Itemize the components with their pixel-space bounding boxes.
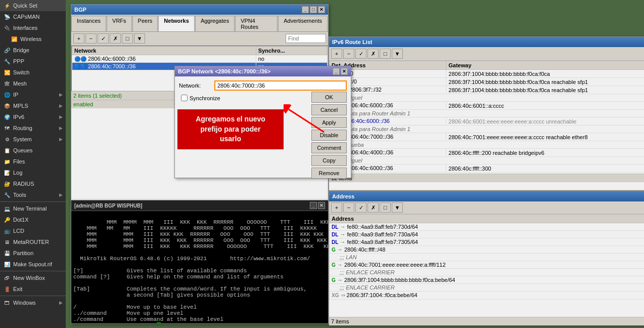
bgp-add-btn[interactable]: + bbox=[73, 33, 84, 44]
table-row[interactable]: 🔵🔵 2806:40c:6000::/36 no bbox=[72, 55, 328, 63]
tab-networks[interactable]: Networks bbox=[158, 16, 195, 31]
table-row[interactable]: XS ▶ ::/0 2806:3f7:1004:bbbb:bbbb:bbbb:f… bbox=[330, 70, 645, 78]
sidebar-item-mesh[interactable]: 🕸 Mesh bbox=[0, 78, 66, 89]
sidebar-item-ip[interactable]: 🌐 IP ▶ bbox=[0, 89, 66, 100]
sidebar-item-system[interactable]: ⚙ System ▶ bbox=[0, 134, 66, 145]
bgp-dialog-network-input[interactable] bbox=[214, 80, 347, 91]
sidebar-label-log: Log bbox=[13, 170, 22, 176]
ipv6-filter-btn[interactable]: ▼ bbox=[392, 49, 403, 59]
sidebar-item-switch[interactable]: 🔀 Switch bbox=[0, 67, 66, 78]
bgp-dialog-ok-btn[interactable]: OK bbox=[311, 92, 347, 103]
table-row[interactable]: G → 2806:3f7:1004:bbbb:bbbb:bbbb:f0ca:be… bbox=[330, 276, 645, 284]
bgp-filter-btn[interactable]: ▼ bbox=[134, 33, 145, 44]
sidebar-label-ppp: PPP bbox=[13, 58, 24, 64]
terminal-close-btn[interactable]: ✕ bbox=[318, 202, 325, 209]
sidebar-item-files[interactable]: 📁 Files bbox=[0, 156, 66, 167]
table-row[interactable]: DL → fe80::4aa9:8aff:feb7:7305/64 bbox=[330, 238, 645, 246]
ipv6-disable-btn[interactable]: ✗ bbox=[367, 49, 379, 59]
sidebar-item-partition[interactable]: 💾 Partition bbox=[0, 248, 66, 259]
terminal-body[interactable]: MMM MMMM MMM III KKK KKK RRRRRR OOOOOO T… bbox=[71, 211, 328, 323]
table-row[interactable]: G → 2806:40c:ffff::/48 bbox=[330, 246, 645, 254]
bgp-maximize-btn[interactable]: □ bbox=[310, 6, 317, 13]
sidebar-item-new-terminal[interactable]: 💻 New Terminal bbox=[0, 203, 66, 214]
sidebar-item-ppp[interactable]: 🔧 PPP bbox=[0, 56, 66, 67]
sidebar-label-wireless: Wireless bbox=[20, 36, 41, 42]
bgp-dialog-remove-btn[interactable]: Remove bbox=[311, 168, 347, 179]
tab-vpn4-routes[interactable]: VPN4 Routes bbox=[235, 16, 278, 31]
bgp-remove-btn[interactable]: − bbox=[85, 33, 97, 44]
sidebar-item-interfaces[interactable]: 🔌 Interfaces bbox=[0, 22, 66, 33]
tab-advertisements[interactable]: Advertisements bbox=[278, 16, 328, 31]
ipv6-titlebar[interactable]: IPv6 Route List _ □ ✕ bbox=[329, 37, 644, 47]
addr-row: DL → fe80::4aa9:8aff:feb7:730a/64 bbox=[330, 231, 645, 238]
bgp-search-input[interactable] bbox=[286, 34, 326, 43]
tab-instances[interactable]: Instances bbox=[71, 16, 106, 31]
sidebar-item-mpls[interactable]: 📦 MPLS ▶ bbox=[0, 100, 66, 111]
bgp-dialog-close-btn[interactable]: ✕ bbox=[341, 68, 348, 75]
bgp-dialog-copy-btn[interactable]: Copy bbox=[311, 155, 347, 166]
sidebar-item-log[interactable]: 📝 Log bbox=[0, 167, 66, 178]
table-row[interactable]: XG ⇒ 2806:3f7:1004::f0ca:bebe/64 bbox=[330, 292, 645, 300]
sidebar-item-quick-set[interactable]: ⚡ Quick Set bbox=[0, 0, 66, 11]
table-row[interactable]: S ▶ 2806:40c:6000::/36 2806:40c:6001:eee… bbox=[330, 117, 645, 126]
sidebar-item-ipv6[interactable]: 🌍 IPv6 ▶ bbox=[0, 111, 66, 122]
table-row[interactable]: AS ▶ 2806:40c:4000::/36 2806:40c:ffff::2… bbox=[330, 149, 645, 157]
tab-vrfs[interactable]: VRFs bbox=[107, 16, 132, 31]
addr-titlebar[interactable]: Address _ □ ✕ bbox=[329, 191, 644, 201]
table-row[interactable]: DL → fe80::4aa9:8aff:feb7:730a/64 bbox=[330, 231, 645, 238]
addr-enable-btn[interactable]: ✓ bbox=[355, 202, 366, 213]
ipv6-comment-miguel2: ;;; Miguel bbox=[330, 157, 645, 165]
terminal-minimize-btn[interactable]: _ bbox=[310, 202, 317, 209]
bgp-dialog-body: Network: Synchronize Agregamos el nuevo … bbox=[175, 76, 351, 178]
table-row[interactable]: AS ▶ 2806:40c:7000::/36 2806:40c:7001:ee… bbox=[330, 133, 645, 141]
bgp-minimize-btn[interactable]: _ bbox=[302, 6, 309, 13]
table-row[interactable]: DAb ▶ 2806:3f7::/32 2806:3f7:1004:bbbb:b… bbox=[330, 86, 645, 94]
ipv6-enable-btn[interactable]: ✓ bbox=[355, 49, 366, 59]
bgp-dialog-synchronize-checkbox[interactable] bbox=[181, 95, 188, 101]
tab-aggregates[interactable]: Aggregates bbox=[195, 16, 235, 31]
tab-peers[interactable]: Peers bbox=[132, 16, 158, 31]
sidebar-item-bridge[interactable]: 🔗 Bridge bbox=[0, 45, 66, 56]
queues-icon: 📋 bbox=[3, 146, 11, 154]
mpls-arrow: ▶ bbox=[59, 103, 63, 108]
sidebar-item-new-winbox[interactable]: 🗗 New WinBox bbox=[0, 272, 66, 283]
ipv6-add-btn[interactable]: + bbox=[331, 49, 342, 59]
sidebar-divider-1 bbox=[0, 201, 66, 202]
bgp-disable-btn[interactable]: ✗ bbox=[110, 33, 121, 44]
addr-disable-btn[interactable]: ✗ bbox=[367, 202, 379, 213]
table-row[interactable]: XS ▶ 2806:40c:6000::/36 2806:40c:6001::a… bbox=[330, 102, 645, 110]
terminal-titlebar[interactable]: [admin@RB BGP WISPHUB] _ ✕ bbox=[71, 200, 328, 211]
table-row[interactable]: DL → fe80::4aa9:8aff:feb7:730d/64 bbox=[330, 223, 645, 231]
bgp-dialog-minimize-btn[interactable]: _ bbox=[333, 68, 340, 75]
sidebar-item-metarouter[interactable]: 🖥 MetaROUTER bbox=[0, 236, 66, 248]
ipv6-row-gateway: 2806:40c:7001:eeee:eeee:eeee:a:cccc reac… bbox=[446, 133, 644, 141]
bgp-copy-btn[interactable]: □ bbox=[122, 33, 133, 44]
sidebar-item-radius[interactable]: 🔐 RADIUS bbox=[0, 178, 66, 189]
bgp-dialog-titlebar[interactable]: BGP Network <2806:40c:7000::/36> _ ✕ bbox=[175, 66, 351, 76]
bgp-enable-btn[interactable]: ✓ bbox=[98, 33, 109, 44]
sidebar-item-tools[interactable]: 🔧 Tools ▶ bbox=[0, 189, 66, 200]
sidebar-item-make-supout[interactable]: 📊 Make Supout.rif bbox=[0, 259, 66, 270]
addr-copy-btn[interactable]: □ bbox=[380, 202, 391, 213]
table-row[interactable]: DAb ▶ ::/0 2806:3f7:1004:bbbb:bbbb:bbbb:… bbox=[330, 78, 645, 86]
sidebar-item-lcd[interactable]: 📺 LCD bbox=[0, 225, 66, 236]
ipv6-remove-btn[interactable]: − bbox=[343, 49, 354, 59]
sidebar-item-exit[interactable]: 🚪 Exit bbox=[0, 283, 66, 295]
sidebar-item-routing[interactable]: 🗺 Routing ▶ bbox=[0, 122, 66, 134]
addr-filter-btn[interactable]: ▼ bbox=[392, 202, 403, 213]
sidebar-item-dot1x[interactable]: 🔑 Dot1X bbox=[0, 214, 66, 225]
ipv6-copy-btn[interactable]: □ bbox=[380, 49, 391, 59]
addr-remove-btn[interactable]: − bbox=[343, 202, 354, 213]
table-row[interactable]: G → 2806:40c:7001:eeee:eeee:eeee:a:ffff/… bbox=[330, 261, 645, 269]
sidebar-item-capsman[interactable]: 📡 CAPsMAN bbox=[0, 11, 66, 22]
bgp-titlebar[interactable]: BGP _ □ ✕ bbox=[71, 5, 328, 15]
addr-add-btn[interactable]: + bbox=[331, 202, 342, 213]
bgp-dialog-synchronize-label: Synchronize bbox=[190, 95, 220, 101]
sidebar-label-routing: Routing bbox=[13, 125, 32, 131]
bgp-close-btn[interactable]: ✕ bbox=[318, 6, 325, 13]
table-row[interactable]: XS ▶ 2806:40c:6000::/36 2806:40c:ffff::3… bbox=[330, 165, 645, 173]
sidebar-item-wireless[interactable]: 📶 Wireless bbox=[0, 33, 66, 45]
bgp-dialog-comment-btn[interactable]: Comment bbox=[311, 142, 347, 153]
sidebar-item-windows[interactable]: 🗔 Windows ▶ bbox=[0, 297, 66, 308]
sidebar-item-queues[interactable]: 📋 Queues bbox=[0, 145, 66, 156]
